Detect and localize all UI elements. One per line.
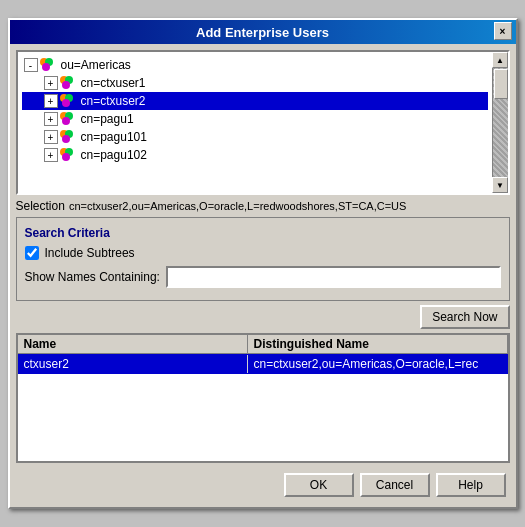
pagu1-label: cn=pagu1 [81, 112, 134, 126]
tree-node-root[interactable]: - ou=Americas [22, 56, 488, 74]
user-icon-5 [60, 148, 78, 162]
include-subtrees-row: Include Subtrees [25, 246, 501, 260]
ctxuser1-label: cn=ctxuser1 [81, 76, 146, 90]
result-dn-0: cn=ctxuser2,ou=Americas,O=oracle,L=rec [248, 355, 508, 373]
results-panel: Name Distinguished Name ctxuser2 cn=ctxu… [16, 333, 510, 463]
ok-button[interactable]: OK [284, 473, 354, 497]
tree-expand-root[interactable]: - [24, 58, 38, 72]
user-icon-4 [60, 130, 78, 144]
title-bar: Add Enterprise Users × [10, 20, 516, 44]
user-icon-3 [60, 112, 78, 126]
add-enterprise-users-dialog: Add Enterprise Users × - ou=Americas [8, 18, 518, 509]
close-button[interactable]: × [494, 22, 512, 40]
search-button-row: Search Now [16, 305, 510, 329]
result-row-0[interactable]: ctxuser2 cn=ctxuser2,ou=Americas,O=oracl… [18, 354, 508, 374]
tree-expand-pagu101[interactable]: + [44, 130, 58, 144]
tree-node-pagu1[interactable]: + cn=pagu1 [22, 110, 488, 128]
tree-node-ctxuser1[interactable]: + cn=ctxuser1 [22, 74, 488, 92]
show-names-input[interactable] [166, 266, 501, 288]
user-icon-2 [60, 94, 78, 108]
scroll-up-button[interactable]: ▲ [492, 52, 508, 68]
pagu102-label: cn=pagu102 [81, 148, 147, 162]
tree-node-pagu101[interactable]: + cn=pagu101 [22, 128, 488, 146]
pagu101-label: cn=pagu101 [81, 130, 147, 144]
show-names-row: Show Names Containing: [25, 266, 501, 288]
include-subtrees-label: Include Subtrees [45, 246, 135, 260]
name-column-header: Name [18, 335, 248, 353]
ctxuser2-label: cn=ctxuser2 [81, 94, 146, 108]
scroll-down-button[interactable]: ▼ [492, 177, 508, 193]
show-names-label: Show Names Containing: [25, 270, 160, 284]
search-criteria-panel: Search Criteria Include Subtrees Show Na… [16, 217, 510, 301]
search-criteria-title: Search Criteria [25, 226, 501, 240]
tree-expand-ctxuser1[interactable]: + [44, 76, 58, 90]
bottom-button-row: OK Cancel Help [16, 467, 510, 501]
root-node-label: ou=Americas [61, 58, 131, 72]
selection-value: cn=ctxuser2,ou=Americas,O=oracle,L=redwo… [69, 200, 407, 212]
scroll-thumb[interactable] [494, 69, 508, 99]
dialog-title: Add Enterprise Users [196, 25, 329, 40]
include-subtrees-checkbox[interactable] [25, 246, 39, 260]
selection-label: Selection [16, 199, 65, 213]
search-now-button[interactable]: Search Now [420, 305, 509, 329]
results-body: ctxuser2 cn=ctxuser2,ou=Americas,O=oracl… [18, 354, 508, 374]
tree-expand-pagu1[interactable]: + [44, 112, 58, 126]
scroll-track[interactable] [493, 68, 508, 177]
results-header: Name Distinguished Name [18, 335, 508, 354]
user-icon-1 [60, 76, 78, 90]
selection-row: Selection cn=ctxuser2,ou=Americas,O=orac… [16, 199, 510, 213]
tree-node-pagu102[interactable]: + cn=pagu102 [22, 146, 488, 164]
tree-area: - ou=Americas + [18, 52, 492, 193]
tree-scrollbar[interactable]: ▲ ▼ [492, 52, 508, 193]
dn-column-header: Distinguished Name [248, 335, 508, 353]
tree-panel: - ou=Americas + [16, 50, 510, 195]
help-button[interactable]: Help [436, 473, 506, 497]
tree-node-ctxuser2[interactable]: + cn=ctxuser2 [22, 92, 488, 110]
tree-expand-ctxuser2[interactable]: + [44, 94, 58, 108]
tree-expand-pagu102[interactable]: + [44, 148, 58, 162]
result-name-0: ctxuser2 [18, 355, 248, 373]
ou-icon [40, 58, 58, 72]
cancel-button[interactable]: Cancel [360, 473, 430, 497]
